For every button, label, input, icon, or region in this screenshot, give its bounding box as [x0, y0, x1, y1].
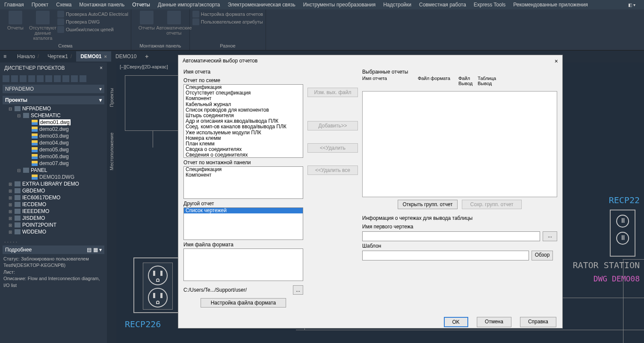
document-tab[interactable]: DEMO01× [76, 51, 111, 62]
tree-row[interactable]: ⊞GBDEMO [3, 187, 107, 194]
browse-path-button[interactable]: ... [293, 285, 303, 295]
browse-template-button[interactable]: Обзор [532, 251, 553, 260]
cancel-button[interactable]: Отмена [477, 317, 511, 327]
menu-item[interactable]: Инструменты преобразования [303, 2, 376, 8]
menu-item[interactable]: Схема [56, 2, 71, 8]
tree-row[interactable]: demo06.dwg [3, 153, 107, 160]
help-button[interactable]: Справка [520, 317, 556, 327]
ribbon-small-button[interactable]: Ошибки/список цепей [57, 26, 128, 33]
viewport-frame [125, 75, 180, 131]
change-output-button[interactable]: Изм. вых. файл [307, 88, 358, 97]
remove-button[interactable]: <<Удалить [307, 143, 358, 153]
menu-item[interactable]: Отчеты [132, 2, 150, 8]
add-button[interactable]: Добавить>> [307, 121, 358, 130]
remove-all-button[interactable]: <<Удалить все [307, 166, 358, 175]
ribbon-small-button[interactable]: Пользовательские атрибуты [192, 18, 263, 25]
other-report-list[interactable]: Список чертежей [183, 207, 303, 240]
ribbon-big-button[interactable]: Автоматические отчеты [161, 11, 187, 35]
document-tab[interactable]: Чертеж1/ [43, 51, 76, 62]
menu-item[interactable]: Надстройки [383, 2, 411, 8]
project-toolbar [0, 74, 107, 84]
menu-overflow-icon[interactable]: ◧ ▾ [628, 3, 635, 7]
side-tab-projects[interactable]: Проекты [109, 88, 114, 107]
tree-row[interactable]: ⊟NFPADEMO [3, 105, 107, 112]
tree-row[interactable]: ⊞JISDEMO [3, 215, 107, 222]
tree-row[interactable]: ⊞IECDEMO [3, 201, 107, 208]
document-tab[interactable]: Начало/ [13, 51, 43, 62]
tabs-menu-icon[interactable]: ≡ [3, 53, 10, 59]
format-file-list[interactable] [183, 248, 303, 281]
list-item[interactable]: Номера клемм [184, 136, 303, 141]
tree-row[interactable]: demo04.dwg [3, 139, 107, 146]
tree-row[interactable]: ⊞WDDEMO [3, 228, 107, 235]
tree-row[interactable]: ⊞EXTRA LIBRARY DEMO [3, 180, 107, 187]
projects-section-header[interactable]: Проекты▾ [3, 96, 104, 104]
list-item[interactable]: Сведения о соединителях [184, 152, 303, 158]
toolbar-btn[interactable] [71, 75, 78, 82]
tree-row[interactable]: demo02.dwg [3, 126, 107, 133]
panel-close-icon[interactable]: × [100, 65, 103, 71]
project-manager-panel: ДИСПЕТЧЕР ПРОЕКТОВ× NFPADEMO▾ Проекты▾ ⊟… [0, 62, 107, 343]
list-item[interactable]: Список чертежей [184, 208, 303, 213]
ribbon-small-button[interactable]: Настройка формата отчетов [192, 11, 263, 18]
browse-first-drawing-button[interactable]: ... [543, 231, 557, 241]
ribbon-small-button[interactable]: Проверка AutoCAD Electrical [57, 11, 128, 18]
details-header[interactable]: Подробнее▤ ▦ ▾ [3, 245, 104, 254]
ribbon-big-button[interactable]: Отчеты [134, 11, 160, 30]
new-tab-button[interactable]: + [141, 51, 153, 62]
toolbar-btn[interactable] [20, 75, 27, 82]
menu-item[interactable]: Главная [4, 2, 24, 8]
dialog-close-icon[interactable]: × [555, 58, 558, 65]
toolbar-btn[interactable] [80, 75, 86, 82]
toolbar-btn[interactable] [3, 75, 9, 82]
toolbar-btn[interactable] [62, 75, 69, 82]
save-group-report-button[interactable]: Сохр. групп. отчет [462, 200, 522, 209]
tree-row[interactable]: ⊞IEC60617DEMO [3, 194, 107, 201]
tree-row[interactable]: ⊞IEEEDEMO [3, 208, 107, 215]
ribbon-big-button[interactable]: Отчеты [3, 11, 28, 30]
tree-row[interactable]: demo07.dwg [3, 160, 107, 167]
selected-reports-table[interactable] [362, 91, 557, 197]
first-drawing-label: Имя первого чертежа [362, 224, 557, 230]
menu-item[interactable]: Рекомендованные приложения [513, 2, 588, 8]
viewport-label[interactable]: [–][Сверху][2D-каркас] [120, 64, 168, 69]
menu-item[interactable]: Монтажная панель [79, 2, 124, 8]
toolbar-btn[interactable] [28, 75, 35, 82]
format-settings-button[interactable]: Настройка файла формата [201, 298, 286, 308]
menu-item[interactable]: Express Tools [474, 2, 505, 8]
list-item[interactable]: Кабельный журнал [184, 102, 303, 107]
template-input[interactable] [362, 251, 529, 260]
first-drawing-input[interactable] [362, 231, 540, 241]
document-tab[interactable]: DEMO10 [111, 51, 141, 62]
details-body: Статус: Заблокировано пользователем Test… [0, 254, 107, 290]
toolbar-btn[interactable] [54, 75, 61, 82]
side-tab-location[interactable]: Местоположение [109, 133, 114, 170]
list-item[interactable]: Список проводов для компонентов [184, 107, 303, 113]
tree-row[interactable]: ⊞POINT2POINT [3, 222, 107, 228]
tree-row[interactable]: ⊟SCHEMATIC [3, 112, 107, 119]
ribbon-big-button[interactable]: Отсутствуют данные каталога [30, 11, 56, 41]
tree-row[interactable]: ⊟PANEL [3, 167, 107, 174]
toolbar-btn[interactable] [45, 75, 52, 82]
list-item[interactable]: Компонент [184, 96, 303, 101]
open-group-report-button[interactable]: Открыть групп. отчет [398, 200, 458, 209]
menu-item[interactable]: Совместная работа [419, 2, 466, 8]
list-item[interactable]: Уже используемые модули ПЛК [184, 130, 303, 136]
menu-item[interactable]: Электромеханическая связь [228, 2, 295, 8]
tree-row[interactable]: demo01.dwg [3, 119, 107, 126]
list-item[interactable]: Соед. комп-ов каналов ввода/вывода ПЛК [184, 124, 303, 130]
ribbon-small-button[interactable]: Проверка DWG [57, 18, 128, 25]
ok-button[interactable]: OK [444, 317, 468, 327]
close-icon[interactable]: × [104, 54, 107, 59]
menu-item[interactable]: Проект [32, 2, 49, 8]
list-item[interactable]: Компонент [184, 172, 303, 178]
tree-row[interactable]: DEMO10.DWG [3, 174, 107, 180]
toolbar-btn[interactable] [37, 75, 44, 82]
toolbar-btn[interactable] [11, 75, 18, 82]
project-combo[interactable]: NFPADEMO▾ [3, 85, 104, 93]
tree-row[interactable]: demo05.dwg [3, 146, 107, 153]
scheme-report-list[interactable]: СпецификацияОтсутствует спецификацияКомп… [183, 84, 303, 158]
panel-report-list[interactable]: СпецификацияКомпонент [183, 166, 303, 199]
tree-row[interactable]: demo03.dwg [3, 133, 107, 139]
menu-item[interactable]: Данные импорта/экспорта [158, 2, 220, 8]
